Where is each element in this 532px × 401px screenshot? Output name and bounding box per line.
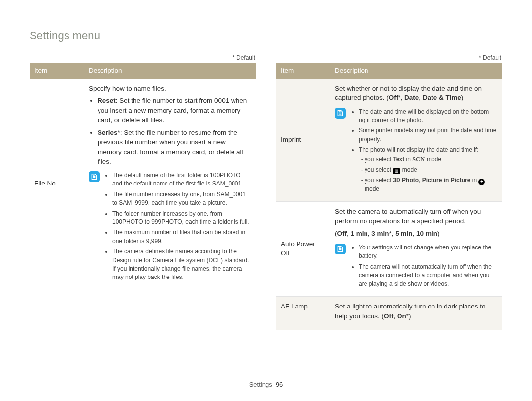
label-reset: Reset: [98, 97, 116, 104]
note-imprint: The date and time will be displayed on t…: [335, 108, 498, 196]
note-icon: [335, 108, 346, 119]
note-imprint-sub: you select Text in SCN mode you select ▥…: [359, 155, 498, 194]
row-file-no: File No. Specify how to name files. Rese…: [30, 79, 256, 290]
row-imprint: Imprint Set whether or not to display th…: [276, 79, 502, 202]
af-c: *): [406, 312, 411, 320]
bullet-series: Series*: Set the file number to resume f…: [98, 128, 251, 166]
plus-mode-icon: +: [478, 179, 485, 185]
s2a: you select: [365, 166, 393, 173]
note-imprint-2: Some printer models may not print the da…: [359, 126, 498, 144]
col-header-item-r: Item: [276, 63, 330, 79]
imprint-off: Off: [389, 94, 399, 101]
page-footer: Settings 96: [0, 381, 532, 388]
note-imprint-3-text: The photo will not display the date and …: [359, 146, 478, 153]
sub-text-scn: you select Text in SCN mode: [365, 155, 498, 164]
apo-1min: 1 min: [351, 230, 368, 237]
desc-imprint: Set whether or not to display the date a…: [330, 79, 502, 202]
imprint-intro-d: ): [461, 94, 464, 101]
apo-options: (Off, 1 min, 3 min*, 5 min, 10 min): [335, 229, 498, 239]
note-icon: [89, 171, 100, 182]
af-on: On: [397, 312, 406, 320]
s3b: 3D Photo: [393, 177, 419, 184]
imprint-intro-c: ,: [419, 94, 423, 101]
note-file-no-4: The maximum number of files that can be …: [112, 228, 251, 246]
right-column: * Default Item Description Imprint Set w…: [276, 54, 502, 330]
imprint-date: Date: [404, 94, 419, 101]
sub-3d-pip: you select 3D Photo, Picture in Picture …: [365, 176, 498, 193]
af-lamp-text: Set a light to automatically turn on in …: [335, 302, 498, 321]
note-file-no-1: The default name of the first folder is …: [112, 171, 251, 188]
item-auto-power-off: Auto Power Off: [276, 202, 330, 297]
note-list-apo: Your settings will not change when you r…: [351, 244, 498, 290]
label-series: Series: [98, 129, 118, 136]
note-file-no: The default name of the first folder is …: [89, 171, 251, 284]
note-file-no-2: The file number increases by one, from S…: [112, 190, 251, 208]
note-apo: Your settings will not change when you r…: [335, 244, 498, 290]
s3d: Picture in Picture: [422, 177, 471, 184]
desc-auto-power-off: Set the camera to automatically turn off…: [330, 202, 502, 297]
s1c: in: [404, 156, 412, 163]
file-no-intro: Specify how to name files.: [89, 84, 251, 93]
default-note-right: * Default: [276, 54, 502, 61]
apo-3min: 3 min: [371, 230, 389, 237]
note-icon: [335, 244, 346, 254]
col-header-description-r: Description: [330, 63, 502, 79]
s2b: mode: [400, 166, 417, 173]
text-reset: : Set the file number to start from 0001…: [98, 97, 247, 123]
s3a: you select: [365, 177, 393, 184]
apo-off: Off: [337, 230, 347, 237]
s1d: mode: [425, 156, 441, 163]
apo-intro: Set the camera to automatically turn off…: [335, 207, 498, 226]
page-title: Settings menu: [30, 30, 502, 42]
left-column: * Default Item Description File No. Spec…: [30, 54, 256, 330]
row-auto-power-off: Auto Power Off Set the camera to automat…: [276, 202, 502, 297]
imprint-intro-b: *,: [398, 94, 404, 101]
note-list-file-no: The default name of the first folder is …: [104, 171, 251, 284]
note-imprint-1: The date and time will be displayed on t…: [359, 108, 498, 125]
item-file-no: File No.: [30, 79, 84, 290]
s1b: Text: [393, 156, 404, 163]
s3e: in: [470, 177, 478, 184]
desc-file-no: Specify how to name files. Reset: Set th…: [84, 79, 256, 290]
imprint-intro: Set whether or not to display the date a…: [335, 84, 498, 103]
s1a: you select: [365, 156, 393, 163]
scn-mode-icon: SCN: [412, 156, 425, 163]
item-af-lamp: AF Lamp: [276, 296, 330, 330]
af-b: ,: [394, 312, 398, 320]
note-file-no-3: The folder number increases by one, from…: [112, 210, 251, 227]
footer-section: Settings: [249, 381, 272, 388]
note-apo-2: The camera will not automatically turn o…: [359, 263, 498, 288]
bullet-reset: Reset: Set the file number to start from…: [98, 96, 251, 125]
af-off: Off: [384, 312, 394, 320]
default-note-left: * Default: [30, 54, 256, 61]
left-table: Item Description File No. Specify how to…: [30, 63, 256, 290]
wide-mode-icon: ▥: [393, 168, 400, 174]
note-apo-1: Your settings will not change when you r…: [359, 244, 498, 261]
col-header-description: Description: [84, 63, 256, 79]
apo-5min: 5 min: [395, 230, 412, 237]
s3f: mode: [365, 185, 379, 192]
footer-page-number: 96: [276, 381, 283, 388]
text-series: *: Set the file number to resume from th…: [98, 129, 243, 165]
row-af-lamp: AF Lamp Set a light to automatically tur…: [276, 296, 502, 330]
sub-wide: you select ▥ mode: [365, 166, 498, 174]
imprint-datetime: Date & Time: [423, 94, 461, 101]
item-imprint: Imprint: [276, 79, 330, 202]
s3c: ,: [419, 177, 422, 184]
file-no-bullets: Reset: Set the file number to start from…: [89, 96, 251, 166]
apo-10min: 10 min: [416, 230, 437, 237]
note-file-no-5: The camera defines file names according …: [112, 247, 251, 282]
content-columns: * Default Item Description File No. Spec…: [30, 54, 502, 330]
right-table: Item Description Imprint Set whether or …: [276, 63, 502, 330]
note-list-imprint: The date and time will be displayed on t…: [351, 108, 498, 196]
note-imprint-3: The photo will not display the date and …: [359, 146, 498, 193]
col-header-item: Item: [30, 63, 84, 79]
desc-af-lamp: Set a light to automatically turn on in …: [330, 296, 502, 330]
